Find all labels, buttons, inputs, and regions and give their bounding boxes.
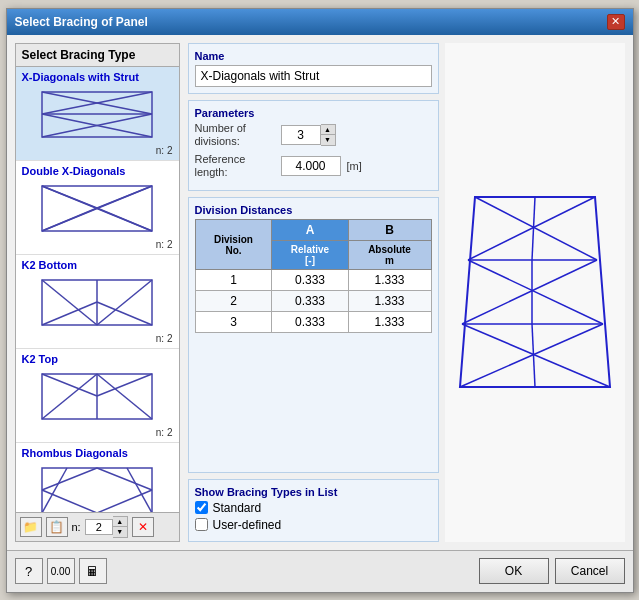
bracing-preview-5 xyxy=(22,461,173,512)
division-section: Division Distances Division No. A B Rela… xyxy=(188,197,439,472)
bracing-preview-1 xyxy=(22,85,173,145)
name-input[interactable] xyxy=(195,65,432,87)
close-button[interactable]: ✕ xyxy=(607,14,625,30)
params-section: Parameters Number of divisions: ▲ ▼ Refe xyxy=(188,100,439,192)
n-down-btn[interactable]: ▼ xyxy=(113,527,127,537)
svg-line-17 xyxy=(97,302,152,325)
add-icon[interactable]: 📁 xyxy=(20,517,42,537)
dialog-window: Select Bracing of Panel ✕ Select Bracing… xyxy=(6,8,634,593)
bracing-label-1: X-Diagonals with Strut xyxy=(22,71,173,83)
row2-absolute: 1.333 xyxy=(348,291,431,312)
svg-line-31 xyxy=(127,468,152,512)
bottom-bar: ? 0.00 🖩 OK Cancel xyxy=(7,550,633,592)
bracing-item-1[interactable]: X-Diagonals with Strut xyxy=(16,67,179,161)
bracing-item-2[interactable]: Double X-Diagonals n: xyxy=(16,161,179,255)
svg-line-11 xyxy=(42,208,97,231)
div-up-btn[interactable]: ▲ xyxy=(321,125,335,135)
svg-line-27 xyxy=(97,468,152,490)
n-input[interactable] xyxy=(85,519,113,535)
reflength-row: Reference length: [m] xyxy=(195,153,432,179)
name-section: Name xyxy=(188,43,439,94)
n-spinner[interactable]: ▲ ▼ xyxy=(85,516,128,538)
ok-button[interactable]: OK xyxy=(479,558,549,584)
unit-label: [m] xyxy=(347,160,362,172)
bracing-list[interactable]: X-Diagonals with Strut xyxy=(16,67,179,512)
dialog-buttons: OK Cancel xyxy=(479,558,625,584)
bracing-label-3: K2 Bottom xyxy=(22,259,173,271)
bracing-item-5[interactable]: Rhombus Diagonals n: 2 xyxy=(16,443,179,512)
svg-line-12 xyxy=(97,208,152,231)
left-panel-header: Select Bracing Type xyxy=(16,44,179,67)
svg-line-40 xyxy=(460,324,603,387)
divisions-label: Number of divisions: xyxy=(195,122,275,148)
divisions-input[interactable] xyxy=(281,125,321,145)
cancel-button[interactable]: Cancel xyxy=(555,558,625,584)
dialog-title: Select Bracing of Panel xyxy=(15,15,148,29)
col-b-header: B xyxy=(348,220,431,241)
division-table: Division No. A B Relative [-] Absolute m xyxy=(195,219,432,333)
row3-no: 3 xyxy=(195,312,272,333)
svg-line-26 xyxy=(42,468,97,490)
svg-line-10 xyxy=(97,186,152,208)
svg-line-29 xyxy=(42,490,97,512)
reflength-label: Reference length: xyxy=(195,153,275,179)
svg-line-9 xyxy=(42,186,97,208)
svg-line-38 xyxy=(462,260,597,324)
n-spinner-btns: ▲ ▼ xyxy=(113,516,128,538)
svg-line-30 xyxy=(42,468,67,512)
row1-absolute: 1.333 xyxy=(348,270,431,291)
row3-absolute: 1.333 xyxy=(348,312,431,333)
svg-line-39 xyxy=(462,324,610,387)
svg-line-23 xyxy=(97,374,152,419)
delete-icon[interactable]: ✕ xyxy=(132,517,154,537)
name-label: Name xyxy=(195,50,432,62)
svg-rect-25 xyxy=(42,468,152,512)
svg-line-35 xyxy=(475,197,597,260)
svg-line-22 xyxy=(42,374,97,419)
bracing-item-3[interactable]: K2 Bottom n: 2 xyxy=(16,255,179,349)
user-defined-checkbox[interactable] xyxy=(195,518,208,531)
row3-relative[interactable]: 0.333 xyxy=(272,312,348,333)
main-content: Select Bracing Type X-Diagonals with Str… xyxy=(7,35,633,550)
params-label: Parameters xyxy=(195,107,432,119)
left-panel: Select Bracing Type X-Diagonals with Str… xyxy=(15,43,180,542)
div-down-btn[interactable]: ▼ xyxy=(321,135,335,145)
bracing-label-4: K2 Top xyxy=(22,353,173,365)
help-icon[interactable]: ? xyxy=(15,558,43,584)
right-content: Name Parameters Number of divisions: ▲ ▼ xyxy=(188,43,625,542)
svg-line-14 xyxy=(42,280,97,325)
table-row[interactable]: 3 0.333 1.333 xyxy=(195,312,431,333)
copy-icon[interactable]: 📋 xyxy=(46,517,68,537)
row2-no: 2 xyxy=(195,291,272,312)
row1-relative[interactable]: 0.333 xyxy=(272,270,348,291)
col-no-header: Division No. xyxy=(195,220,272,270)
reflength-input[interactable] xyxy=(281,156,341,176)
show-bracing-section: Show Bracing Types in List Standard User… xyxy=(188,479,439,542)
bracing-label-2: Double X-Diagonals xyxy=(22,165,173,177)
bottom-icons: ? 0.00 🖩 xyxy=(15,558,107,584)
svg-line-15 xyxy=(97,280,152,325)
standard-label: Standard xyxy=(213,501,262,515)
left-panel-footer: 📁 📋 n: ▲ ▼ ✕ xyxy=(16,512,179,541)
calculator-icon[interactable]: 🖩 xyxy=(79,558,107,584)
svg-line-16 xyxy=(42,302,97,325)
svg-line-20 xyxy=(42,374,97,396)
right-inner: Name Parameters Number of divisions: ▲ ▼ xyxy=(188,43,439,542)
bracing-label-5: Rhombus Diagonals xyxy=(22,447,173,459)
divisions-spinner[interactable]: ▲ ▼ xyxy=(281,124,336,146)
table-row[interactable]: 2 0.333 1.333 xyxy=(195,291,431,312)
n-label: n: xyxy=(72,521,81,533)
divisions-row: Number of divisions: ▲ ▼ xyxy=(195,122,432,148)
svg-line-28 xyxy=(97,490,152,512)
bracing-n-2: n: 2 xyxy=(22,239,173,250)
svg-line-37 xyxy=(468,260,603,324)
table-row[interactable]: 1 0.333 1.333 xyxy=(195,270,431,291)
bracing-preview-2 xyxy=(22,179,173,239)
bracing-n-3: n: 2 xyxy=(22,333,173,344)
bracing-preview-4 xyxy=(22,367,173,427)
standard-checkbox[interactable] xyxy=(195,501,208,514)
row2-relative[interactable]: 0.333 xyxy=(272,291,348,312)
zero-icon[interactable]: 0.00 xyxy=(47,558,75,584)
bracing-item-4[interactable]: K2 Top n: 2 xyxy=(16,349,179,443)
n-up-btn[interactable]: ▲ xyxy=(113,517,127,527)
